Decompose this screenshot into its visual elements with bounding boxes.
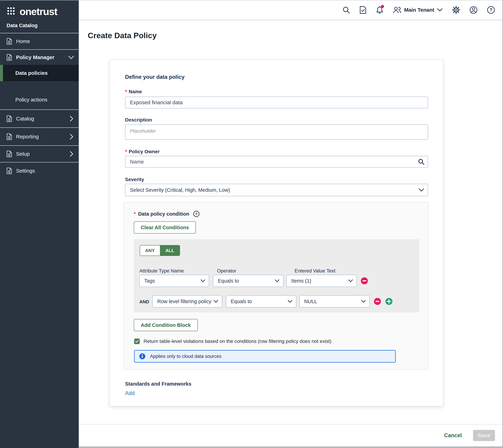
description-label: Description [125,117,152,123]
column-label-attribute: Attribute Type Name [139,268,184,274]
cancel-button[interactable]: Cancel [444,432,462,439]
document-icon [6,151,12,157]
help-circle-icon[interactable]: ? [193,210,200,217]
policy-owner-label: * Policy Owner [125,149,160,154]
sidebar-item-catalog[interactable]: Catalog [0,110,79,128]
document-icon [6,38,12,45]
sidebar-item-policy-actions[interactable]: Policy actions [0,81,79,110]
chevron-down-icon [419,188,424,192]
sidebar-item-label: Catalog [16,116,34,122]
any-all-toggle[interactable]: ANY ALL [140,245,180,256]
chevron-right-icon [70,134,73,140]
policy-owner-field [125,156,428,168]
sidebar-item-home[interactable]: Home [0,33,79,49]
sidebar-item-settings[interactable]: Settings [0,162,79,179]
value-select-row2[interactable]: NULL [299,295,370,307]
document-icon [6,115,12,122]
sidebar: onetrust Data Catalog Home Policy Manage… [0,0,79,448]
severity-label: Severity [125,177,144,182]
tenant-label: Main Tenant [404,7,434,13]
document-icon [6,133,12,140]
window-top-edge [0,0,503,0]
save-button[interactable]: Save [473,430,495,441]
svg-text:?: ? [489,7,492,12]
toggle-all[interactable]: ALL [160,245,180,256]
attribute-select-row2[interactable]: Row level filtering policy [152,295,222,307]
chevron-down-icon [361,300,366,303]
chevron-down-icon [68,55,74,59]
severity-value: Select Severity (Critical, High, Medium,… [130,187,230,193]
clear-all-conditions-button[interactable]: Clear All Conditions [134,221,196,234]
info-text: Applies only to cloud data sources [150,354,221,359]
conjunction-label: AND [139,299,149,304]
sidebar-item-label: Home [16,38,30,44]
column-label-operator: Operator [217,268,236,274]
chevron-right-icon [70,151,73,157]
chevron-right-icon [70,116,73,122]
toggle-any[interactable]: ANY [140,245,160,256]
sidebar-item-data-policies[interactable]: Data policies [0,65,79,81]
brand-logo: onetrust [0,0,79,17]
required-marker: * [134,211,136,217]
chevron-down-icon [214,300,218,303]
account-icon[interactable] [469,6,478,14]
operator-select-row1[interactable]: Equals to [213,275,284,287]
condition-group: ANY ALL Attribute Type Name Operator Ent… [134,239,419,312]
tenant-people-icon [393,6,401,14]
chevron-down-icon [437,8,443,12]
add-condition-icon[interactable] [385,298,393,305]
search-icon[interactable] [418,159,424,166]
operator-select-row2[interactable]: Equals to [226,295,296,307]
sidebar-item-reporting[interactable]: Reporting [0,128,79,145]
document-icon [6,168,12,174]
standards-add-link[interactable]: Add [125,390,135,396]
help-icon[interactable]: ? [487,6,495,14]
chevron-down-icon [275,279,280,282]
info-banner: Applies only to cloud data sources [134,350,396,363]
policy-owner-input[interactable] [125,156,428,168]
section-title: Define your data policy [125,74,184,80]
sidebar-item-label: Reporting [16,134,39,140]
remove-condition-icon[interactable] [374,298,381,305]
product-label: Data Catalog [0,17,79,33]
column-label-value: Entered Value Text [295,268,335,274]
page-title: Create Data Policy [88,31,157,40]
footer-bar: Cancel Save [79,424,503,447]
gear-icon[interactable] [452,6,460,14]
severity-select[interactable]: Select Severity (Critical, High, Medium,… [125,184,428,196]
description-input[interactable] [125,125,428,140]
required-marker: * [125,89,127,95]
standards-label: Standards and Frameworks [125,381,191,387]
table-level-violations-checkbox[interactable] [134,338,140,344]
sidebar-item-label: Settings [16,168,35,174]
sidebar-item-policy-manager[interactable]: Policy Manager [0,50,79,65]
create-policy-card: Define your data policy * Name Descripti… [109,59,444,406]
remove-condition-icon[interactable] [361,277,368,285]
checkbox-label: Return table-level violations based on t… [144,338,331,344]
horizontal-scrollbar[interactable] [79,447,503,448]
value-select-row1[interactable]: Items (1) [286,275,357,287]
document-icon [6,54,12,61]
tenant-switcher[interactable]: Main Tenant [393,6,443,14]
onetrust-dots-logo-icon [7,7,15,16]
sidebar-item-label: Data policies [15,70,48,76]
sidebar-item-label: Policy actions [15,97,47,103]
document-check-icon[interactable] [359,6,367,14]
condition-label: Data policy condition [138,211,189,217]
sidebar-item-setup[interactable]: Setup [0,146,79,162]
add-condition-block-button[interactable]: Add Condition Block [134,319,198,331]
sidebar-item-label: Setup [16,151,30,157]
sidebar-item-label: Policy Manager [16,54,54,60]
search-icon[interactable] [342,6,350,14]
svg-text:?: ? [195,212,198,216]
info-icon [139,353,146,359]
name-label: * Name [125,89,142,95]
attribute-select-row1[interactable]: Tags [139,275,209,287]
top-header-bar: Main Tenant [79,0,503,20]
notification-dot [381,5,384,9]
content-left-divider [79,0,79,448]
notifications-bell-icon[interactable] [376,6,384,14]
chevron-down-icon [288,300,292,303]
name-input[interactable] [125,96,428,108]
brand-wordmark: onetrust [19,6,57,17]
